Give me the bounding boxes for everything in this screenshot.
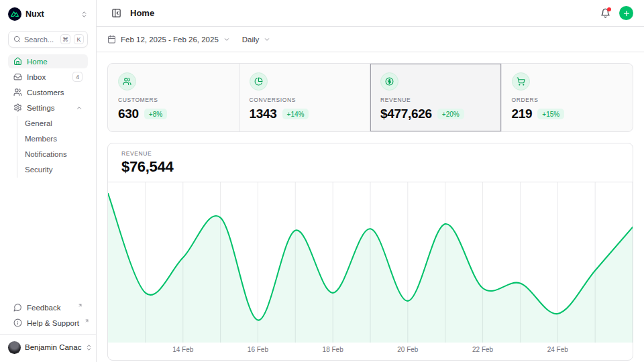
granularity-label: Daily <box>242 36 260 44</box>
stat-delta-badge: +14% <box>282 109 309 119</box>
workspace-switcher[interactable]: Nuxt <box>8 5 88 23</box>
x-axis-ticks: 14 Feb16 Feb18 Feb20 Feb22 Feb24 Feb <box>108 343 633 360</box>
chart-label: REVENUE <box>121 150 619 157</box>
pie-chart-icon <box>250 72 268 90</box>
sidebar-spacer <box>8 178 88 300</box>
external-link-icon <box>78 303 83 308</box>
feedback-link[interactable]: Feedback <box>8 300 88 314</box>
stat-value: 219 <box>512 107 533 121</box>
nuxt-logo-icon <box>8 7 21 21</box>
external-link-icon <box>85 318 89 323</box>
sidebar-nav: Home Inbox 4 Customers Settings <box>8 54 88 178</box>
user-name: Benjamin Canac <box>25 343 81 351</box>
sidebar-item-members[interactable]: Members <box>17 131 88 145</box>
feedback-label: Feedback <box>27 304 72 312</box>
stat-card-orders[interactable]: ORDERS 219 +15% <box>502 64 633 131</box>
revenue-chart-card: REVENUE $76,544 14 Feb16 Feb18 Feb20 Feb… <box>107 143 633 361</box>
sidebar-item-label: Home <box>27 58 83 66</box>
stats-row: CUSTOMERS 630 +8% CONVERSIONS 1343 +14% <box>107 63 633 132</box>
main-area: Home Feb 12, 2025 - Feb 26, 2025 <box>97 0 644 362</box>
house-icon <box>13 57 22 66</box>
sidebar-item-home[interactable]: Home <box>8 54 88 68</box>
page-title: Home <box>130 8 154 18</box>
stat-value: 1343 <box>250 107 277 121</box>
search-icon <box>13 36 21 43</box>
sidebar-item-label: Security <box>25 166 83 174</box>
sidebar-item-settings[interactable]: Settings <box>8 101 88 115</box>
gear-icon <box>13 103 22 112</box>
x-axis-tick: 20 Feb <box>397 346 418 353</box>
sidebar-footer: Feedback Help & Support Benjamin Canac <box>8 300 88 357</box>
stat-label: CONVERSIONS <box>250 97 360 103</box>
stat-delta-badge: +8% <box>144 109 167 119</box>
sidebar-item-label: General <box>25 119 83 127</box>
x-axis-tick: 18 Feb <box>323 346 343 353</box>
sidebar-item-general[interactable]: General <box>17 116 88 130</box>
x-axis-tick: 22 Feb <box>472 346 493 353</box>
sidebar-item-notifications[interactable]: Notifications <box>17 147 88 161</box>
filters-toolbar: Feb 12, 2025 - Feb 26, 2025 Daily <box>97 27 644 52</box>
stat-card-revenue[interactable]: REVENUE $477,626 +20% <box>370 64 502 131</box>
chevron-down-icon <box>223 36 230 43</box>
chart-value: $76,544 <box>121 158 619 176</box>
plus-icon <box>623 9 631 17</box>
chevrons-up-down-icon <box>80 11 88 18</box>
search-input[interactable]: Search... ⌘ K <box>8 31 88 48</box>
help-support-link[interactable]: Help & Support <box>8 316 88 330</box>
sidebar-item-label: Inbox <box>27 73 68 81</box>
sidebar-item-label: Members <box>25 135 83 143</box>
dashboard-content: CUSTOMERS 630 +8% CONVERSIONS 1343 +14% <box>97 52 644 362</box>
sidebar-item-inbox[interactable]: Inbox 4 <box>8 70 88 84</box>
cart-icon <box>512 72 530 90</box>
sidebar-item-label: Customers <box>27 88 83 97</box>
date-range-label: Feb 12, 2025 - Feb 26, 2025 <box>121 36 219 44</box>
x-axis-tick: 24 Feb <box>547 346 568 353</box>
stat-delta-badge: +15% <box>537 109 564 119</box>
page-header: Home <box>97 0 644 27</box>
date-range-picker[interactable]: Feb 12, 2025 - Feb 26, 2025 <box>107 35 230 44</box>
avatar <box>8 341 21 354</box>
search-placeholder: Search... <box>24 36 57 44</box>
x-axis-tick: 14 Feb <box>172 346 193 353</box>
users-icon <box>118 72 136 90</box>
app: Nuxt Search... ⌘ K Home <box>0 0 644 362</box>
stat-label: CUSTOMERS <box>118 97 229 103</box>
kbd-k: K <box>74 34 84 44</box>
stat-delta-badge: +20% <box>437 109 464 119</box>
users-icon <box>13 88 22 97</box>
granularity-select[interactable]: Daily <box>242 36 271 44</box>
help-support-label: Help & Support <box>27 319 79 327</box>
notification-dot <box>607 7 611 11</box>
revenue-chart-plot[interactable] <box>108 182 633 343</box>
sidebar: Nuxt Search... ⌘ K Home <box>0 0 97 362</box>
dollar-icon <box>380 72 398 90</box>
user-section: Benjamin Canac <box>0 334 96 357</box>
stat-card-conversions[interactable]: CONVERSIONS 1343 +14% <box>239 64 371 131</box>
panel-left-close-icon <box>111 8 121 18</box>
settings-submenu: General Members Notifications Security <box>17 116 88 178</box>
stat-label: ORDERS <box>512 97 623 103</box>
workspace-name: Nuxt <box>25 9 76 19</box>
sidebar-item-label: Settings <box>27 104 71 112</box>
inbox-icon <box>13 72 22 81</box>
revenue-chart-svg <box>108 182 633 343</box>
stat-value: 630 <box>118 107 139 121</box>
add-button[interactable] <box>619 6 633 20</box>
sidebar-item-customers[interactable]: Customers <box>8 85 88 99</box>
notifications-button[interactable] <box>596 5 614 22</box>
x-axis-tick: 16 Feb <box>248 346 268 353</box>
stat-card-customers[interactable]: CUSTOMERS 630 +8% <box>108 64 239 131</box>
chart-header: REVENUE $76,544 <box>108 143 633 182</box>
chevrons-up-down-icon <box>85 344 93 351</box>
message-circle-icon <box>13 303 22 312</box>
chevron-up-icon <box>76 105 83 111</box>
info-icon <box>13 318 22 327</box>
user-menu[interactable]: Benjamin Canac <box>8 339 88 355</box>
sidebar-collapse-button[interactable] <box>107 5 125 22</box>
chevron-down-icon <box>264 36 270 43</box>
sidebar-item-label: Notifications <box>25 150 83 158</box>
sidebar-item-security[interactable]: Security <box>17 162 88 176</box>
calendar-icon <box>107 35 116 44</box>
inbox-count-badge: 4 <box>72 72 83 82</box>
stat-label: REVENUE <box>380 97 491 103</box>
